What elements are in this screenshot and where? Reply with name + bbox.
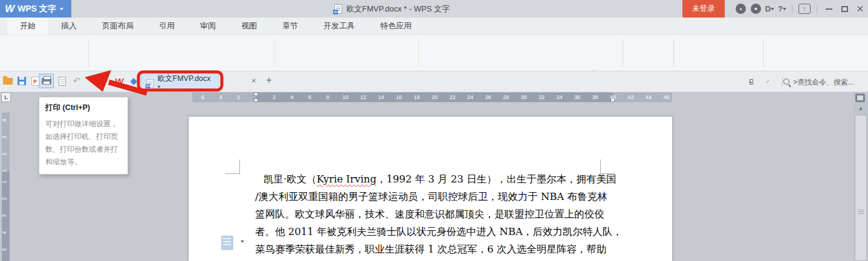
ruler-number: 2 xyxy=(237,94,240,100)
vertical-scrollbar[interactable]: ▲ xyxy=(853,92,868,261)
window-title: 欧文FMVP.docx * - WPS 文字 xyxy=(334,0,450,18)
close-tab-icon[interactable]: × xyxy=(251,76,256,85)
play-demo-icon[interactable]: ▸ xyxy=(750,77,753,85)
maximize-button[interactable] xyxy=(837,0,852,18)
document-tab-label: 欧文FMVP.docx * xyxy=(158,74,213,92)
divider xyxy=(782,77,783,86)
ruler-number: 22 xyxy=(449,94,455,100)
menu-tab-审阅[interactable]: 审阅 xyxy=(187,18,228,34)
save-button[interactable] xyxy=(15,75,28,87)
ruler-number: 18 xyxy=(413,94,419,100)
ruler-number: 44 xyxy=(646,94,652,100)
wps-w-icon: W xyxy=(115,76,123,86)
first-line-indent-marker[interactable] xyxy=(254,92,258,96)
theme-icon[interactable]: ◖ xyxy=(736,4,746,14)
menu-tab-引用[interactable]: 引用 xyxy=(146,18,187,34)
ruler-number: 4 xyxy=(1,118,7,121)
document-area: L 64224681012141618202224262830323436384… xyxy=(0,92,868,261)
line-text: 菜鸟赛季荣获最佳新秀，职业生涯获得 1 次总冠军，6 次入选全明星阵容，帮助 xyxy=(255,243,606,255)
open-file-button[interactable] xyxy=(1,75,15,87)
collapse-ribbon-icon[interactable]: ↑ xyxy=(798,4,811,14)
ruler-number: 3 xyxy=(1,214,7,217)
page-settings-caret[interactable] xyxy=(241,240,244,243)
ruler-number: 24 xyxy=(467,94,473,100)
help-icon[interactable]: ? xyxy=(778,4,786,13)
undo-button[interactable]: ↶ xyxy=(70,75,83,87)
menu-tab-特色应用[interactable]: 特色应用 xyxy=(368,18,424,34)
docer-tools-icon[interactable]: D xyxy=(765,4,774,13)
login-button[interactable]: 未登录 xyxy=(682,0,725,18)
close-button[interactable]: ✕ xyxy=(852,0,868,18)
ruler-number: 1 xyxy=(1,169,7,172)
wps-writer-window: W WPS 文字 欧文FMVP.docx * - WPS 文字 未登录 ◖ ✦ … xyxy=(0,0,868,261)
tooltip-title: 打印 (Ctrl+P) xyxy=(45,103,121,113)
ruler-number: 10 xyxy=(342,94,348,100)
ruler-number: 4 xyxy=(290,94,293,100)
menu-tab-开发工具[interactable]: 开发工具 xyxy=(311,18,368,34)
title-right-controls: 未登录 ◖ ✦ D ? ↑ ✕ xyxy=(682,0,868,18)
new-tab-icon[interactable]: + xyxy=(266,74,272,86)
ruler-number: 34 xyxy=(556,94,562,100)
search-icon[interactable] xyxy=(783,78,789,86)
ruler-number: 3 xyxy=(1,135,7,138)
document-text[interactable]: 凯里·欧文（Kyrie Irving，1992 年 3 月 23 日生），出生于… xyxy=(255,170,608,261)
wps-home-button[interactable]: W xyxy=(112,75,126,87)
line-text: /澳大利亚双重国籍的男子篮球运动员，司职控球后卫，现效力于 NBA 布鲁克林 xyxy=(255,191,607,202)
ruler-number: 2 xyxy=(273,94,276,100)
ruler-number: 30 xyxy=(520,94,526,100)
divider xyxy=(623,39,623,66)
scrollbar-thumb[interactable] xyxy=(855,115,867,261)
divider xyxy=(673,39,674,66)
menu-tab-章节[interactable]: 章节 xyxy=(270,18,311,34)
menu-tab-插入[interactable]: 插入 xyxy=(48,18,89,34)
document-line: 篮网队。欧文球风华丽，技术、速度和意识都属顶尖，是联盟控卫位置上的佼佼 xyxy=(255,205,608,223)
ribbon-tab-bar: 开始插入页面布局引用审阅视图章节开发工具特色应用 xyxy=(0,18,868,35)
reading-layout-icon[interactable] xyxy=(855,94,865,102)
redo-button[interactable]: ↷ xyxy=(85,75,98,87)
quick-access-caret[interactable] xyxy=(99,75,112,87)
print-preview-icon xyxy=(59,77,66,86)
menu-tab-页面布局[interactable]: 页面布局 xyxy=(89,18,146,34)
horizontal-ruler[interactable]: 6422468101214161820222426283032343638404… xyxy=(192,92,672,102)
vertical-ruler[interactable]: 4321123456 xyxy=(2,112,10,261)
divider xyxy=(88,39,89,66)
ruler-number: 20 xyxy=(432,94,438,100)
scroll-up-icon[interactable]: ▲ xyxy=(855,105,867,112)
workspace-button[interactable]: ◆ xyxy=(127,75,140,87)
ruler-number: 38 xyxy=(592,94,598,100)
task-pane-icon[interactable] xyxy=(764,77,769,85)
document-icon xyxy=(334,4,342,14)
document-line: 菜鸟赛季荣获最佳新秀，职业生涯获得 1 次总冠军，6 次入选全明星阵容，帮助 xyxy=(255,240,608,258)
tab-stop-selector[interactable]: L xyxy=(1,92,11,102)
menu-tab-视图[interactable]: 视图 xyxy=(228,18,270,34)
document-line: 者。他 2011 年被克利夫兰骑士队以状元身份选中进入 NBA，后效力凯尔特人队… xyxy=(255,223,608,240)
print-preview-button[interactable] xyxy=(56,75,69,87)
upgrade-icon[interactable]: ✦ xyxy=(751,4,761,14)
print-tooltip: 打印 (Ctrl+P) 可对打印做详细设置，如选择打印机、打印页数、打印份数或者… xyxy=(39,97,128,175)
tooltip-body: 可对打印做详细设置，如选择打印机、打印页数、打印份数或者并打和缩放等。 xyxy=(45,118,121,169)
ruler-number: 8 xyxy=(326,94,329,100)
cube-icon: ◆ xyxy=(130,76,137,86)
wps-logo-icon: W xyxy=(5,3,14,15)
app-name: WPS 文字 xyxy=(18,4,56,14)
command-search-input[interactable]: >查找命令、搜索... xyxy=(793,77,854,88)
print-button[interactable] xyxy=(39,74,54,88)
app-menu-button[interactable]: W WPS 文字 xyxy=(0,0,71,18)
divider xyxy=(817,5,817,13)
divider xyxy=(792,5,792,13)
page-settings-icon[interactable] xyxy=(221,236,233,250)
document-line: 凯里·欧文（Kyrie Irving，1992 年 3 月 23 日生），出生于… xyxy=(255,170,608,188)
menu-tab-开始[interactable]: 开始 xyxy=(7,18,48,34)
document-line: 美国男篮夺得了 2016 年里约奥运会金牌。 xyxy=(255,258,608,261)
ruler-number: 36 xyxy=(574,94,580,100)
ruler-number: 4 xyxy=(1,231,7,234)
margin-corner-left xyxy=(225,160,240,174)
left-indent-marker[interactable] xyxy=(254,98,258,102)
ruler-number: 6 xyxy=(308,94,311,100)
line-text: 篮网队。欧文球风华丽，技术、速度和意识都属顶尖，是联盟控卫位置上的佼佼 xyxy=(255,208,604,220)
print-icon xyxy=(42,78,51,85)
window-title-text: 欧文FMVP.docx * - WPS 文字 xyxy=(346,4,450,14)
minimize-button[interactable] xyxy=(821,0,837,18)
ruler-number: 28 xyxy=(503,94,509,100)
document-tab[interactable]: 欧文FMVP.docx * xyxy=(141,74,219,92)
